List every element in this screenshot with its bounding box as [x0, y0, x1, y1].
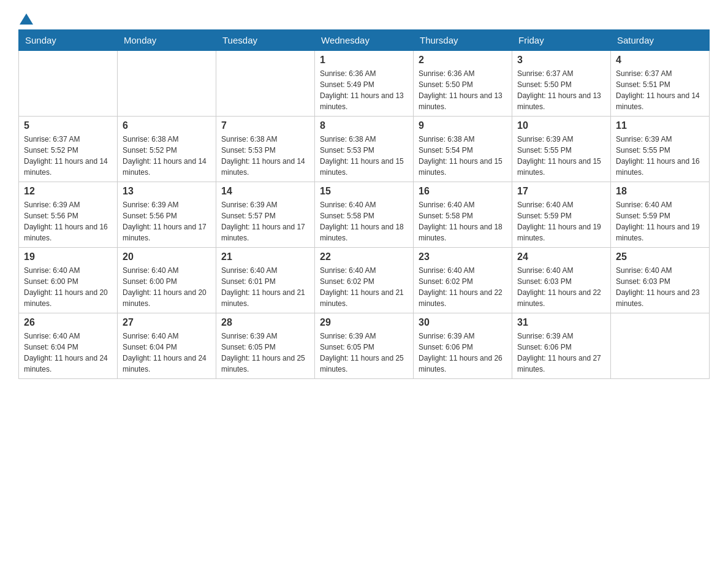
calendar-cell: 16Sunrise: 6:40 AM Sunset: 5:58 PM Dayli… — [414, 182, 512, 248]
calendar-cell: 4Sunrise: 6:37 AM Sunset: 5:51 PM Daylig… — [611, 51, 710, 117]
calendar-week-row: 26Sunrise: 6:40 AM Sunset: 6:04 PM Dayli… — [19, 313, 710, 379]
day-number: 19 — [24, 251, 112, 262]
day-number: 8 — [320, 120, 408, 131]
day-number: 17 — [517, 186, 605, 197]
day-number: 22 — [320, 251, 408, 262]
calendar-cell: 26Sunrise: 6:40 AM Sunset: 6:04 PM Dayli… — [19, 313, 118, 379]
calendar-cell: 23Sunrise: 6:40 AM Sunset: 6:02 PM Dayli… — [414, 248, 512, 313]
calendar-cell: 30Sunrise: 6:39 AM Sunset: 6:06 PM Dayli… — [414, 313, 512, 379]
day-number: 18 — [616, 186, 704, 197]
day-number: 30 — [419, 317, 507, 328]
day-info: Sunrise: 6:40 AM Sunset: 6:02 PM Dayligh… — [419, 265, 507, 309]
calendar-cell: 8Sunrise: 6:38 AM Sunset: 5:53 PM Daylig… — [315, 117, 414, 182]
day-number: 7 — [221, 120, 309, 131]
calendar-cell: 10Sunrise: 6:39 AM Sunset: 5:55 PM Dayli… — [512, 117, 611, 182]
day-info: Sunrise: 6:40 AM Sunset: 6:02 PM Dayligh… — [320, 265, 408, 309]
day-of-week-header: Friday — [512, 30, 611, 51]
calendar-cell: 22Sunrise: 6:40 AM Sunset: 6:02 PM Dayli… — [315, 248, 414, 313]
day-info: Sunrise: 6:40 AM Sunset: 6:00 PM Dayligh… — [123, 265, 211, 309]
day-info: Sunrise: 6:39 AM Sunset: 6:06 PM Dayligh… — [517, 331, 605, 375]
calendar-cell: 15Sunrise: 6:40 AM Sunset: 5:58 PM Dayli… — [315, 182, 414, 248]
calendar-cell: 13Sunrise: 6:39 AM Sunset: 5:56 PM Dayli… — [118, 182, 216, 248]
calendar-cell: 6Sunrise: 6:38 AM Sunset: 5:52 PM Daylig… — [118, 117, 216, 182]
calendar-cell: 27Sunrise: 6:40 AM Sunset: 6:04 PM Dayli… — [118, 313, 216, 379]
calendar-week-row: 5Sunrise: 6:37 AM Sunset: 5:52 PM Daylig… — [19, 117, 710, 182]
logo — [18, 12, 33, 23]
day-number: 4 — [616, 55, 704, 66]
day-info: Sunrise: 6:40 AM Sunset: 6:04 PM Dayligh… — [24, 331, 112, 375]
day-info: Sunrise: 6:40 AM Sunset: 6:03 PM Dayligh… — [616, 265, 704, 309]
day-info: Sunrise: 6:39 AM Sunset: 6:05 PM Dayligh… — [221, 331, 309, 375]
calendar-week-row: 1Sunrise: 6:36 AM Sunset: 5:49 PM Daylig… — [19, 51, 710, 117]
day-number: 13 — [123, 186, 211, 197]
calendar-cell — [216, 51, 315, 117]
day-info: Sunrise: 6:38 AM Sunset: 5:53 PM Dayligh… — [221, 134, 309, 178]
day-number: 20 — [123, 251, 211, 262]
calendar-cell: 20Sunrise: 6:40 AM Sunset: 6:00 PM Dayli… — [118, 248, 216, 313]
calendar-cell: 3Sunrise: 6:37 AM Sunset: 5:50 PM Daylig… — [512, 51, 611, 117]
calendar-cell: 29Sunrise: 6:39 AM Sunset: 6:05 PM Dayli… — [315, 313, 414, 379]
day-number: 1 — [320, 55, 408, 66]
calendar-cell: 25Sunrise: 6:40 AM Sunset: 6:03 PM Dayli… — [611, 248, 710, 313]
day-number: 6 — [123, 120, 211, 131]
calendar-cell — [611, 313, 710, 379]
day-info: Sunrise: 6:40 AM Sunset: 6:04 PM Dayligh… — [123, 331, 211, 375]
calendar-cell — [118, 51, 216, 117]
day-number: 11 — [616, 120, 704, 131]
day-number: 28 — [221, 317, 309, 328]
day-info: Sunrise: 6:39 AM Sunset: 5:56 PM Dayligh… — [123, 199, 211, 243]
day-info: Sunrise: 6:40 AM Sunset: 5:59 PM Dayligh… — [616, 199, 704, 243]
day-number: 14 — [221, 186, 309, 197]
day-number: 12 — [24, 186, 112, 197]
calendar-cell: 24Sunrise: 6:40 AM Sunset: 6:03 PM Dayli… — [512, 248, 611, 313]
day-info: Sunrise: 6:38 AM Sunset: 5:52 PM Dayligh… — [123, 134, 211, 178]
calendar-cell: 11Sunrise: 6:39 AM Sunset: 5:55 PM Dayli… — [611, 117, 710, 182]
day-info: Sunrise: 6:36 AM Sunset: 5:49 PM Dayligh… — [320, 68, 408, 112]
day-number: 21 — [221, 251, 309, 262]
day-info: Sunrise: 6:40 AM Sunset: 6:00 PM Dayligh… — [24, 265, 112, 309]
day-of-week-header: Sunday — [19, 30, 118, 51]
calendar-week-row: 12Sunrise: 6:39 AM Sunset: 5:56 PM Dayli… — [19, 182, 710, 248]
day-number: 31 — [517, 317, 605, 328]
day-of-week-header: Monday — [118, 30, 216, 51]
day-number: 24 — [517, 251, 605, 262]
day-info: Sunrise: 6:39 AM Sunset: 5:57 PM Dayligh… — [221, 199, 309, 243]
day-info: Sunrise: 6:37 AM Sunset: 5:50 PM Dayligh… — [517, 68, 605, 112]
day-number: 2 — [419, 55, 507, 66]
day-info: Sunrise: 6:39 AM Sunset: 6:06 PM Dayligh… — [419, 331, 507, 375]
svg-marker-0 — [20, 13, 33, 25]
day-info: Sunrise: 6:39 AM Sunset: 5:55 PM Dayligh… — [517, 134, 605, 178]
calendar-cell: 5Sunrise: 6:37 AM Sunset: 5:52 PM Daylig… — [19, 117, 118, 182]
day-number: 5 — [24, 120, 112, 131]
day-info: Sunrise: 6:38 AM Sunset: 5:53 PM Dayligh… — [320, 134, 408, 178]
day-info: Sunrise: 6:40 AM Sunset: 5:59 PM Dayligh… — [517, 199, 605, 243]
calendar-cell: 21Sunrise: 6:40 AM Sunset: 6:01 PM Dayli… — [216, 248, 315, 313]
day-info: Sunrise: 6:36 AM Sunset: 5:50 PM Dayligh… — [419, 68, 507, 112]
day-number: 25 — [616, 251, 704, 262]
calendar-cell — [19, 51, 118, 117]
day-of-week-header: Saturday — [611, 30, 710, 51]
calendar-cell: 1Sunrise: 6:36 AM Sunset: 5:49 PM Daylig… — [315, 51, 414, 117]
logo-triangle-icon — [20, 13, 33, 25]
day-of-week-header: Tuesday — [216, 30, 315, 51]
day-info: Sunrise: 6:39 AM Sunset: 6:05 PM Dayligh… — [320, 331, 408, 375]
day-info: Sunrise: 6:40 AM Sunset: 5:58 PM Dayligh… — [419, 199, 507, 243]
day-number: 29 — [320, 317, 408, 328]
day-info: Sunrise: 6:40 AM Sunset: 6:01 PM Dayligh… — [221, 265, 309, 309]
day-info: Sunrise: 6:37 AM Sunset: 5:52 PM Dayligh… — [24, 134, 112, 178]
calendar-header-row: SundayMondayTuesdayWednesdayThursdayFrid… — [19, 30, 710, 51]
day-of-week-header: Thursday — [414, 30, 512, 51]
day-info: Sunrise: 6:39 AM Sunset: 5:56 PM Dayligh… — [24, 199, 112, 243]
calendar-cell: 7Sunrise: 6:38 AM Sunset: 5:53 PM Daylig… — [216, 117, 315, 182]
calendar-cell: 31Sunrise: 6:39 AM Sunset: 6:06 PM Dayli… — [512, 313, 611, 379]
day-info: Sunrise: 6:40 AM Sunset: 6:03 PM Dayligh… — [517, 265, 605, 309]
calendar-cell: 18Sunrise: 6:40 AM Sunset: 5:59 PM Dayli… — [611, 182, 710, 248]
day-number: 15 — [320, 186, 408, 197]
day-number: 16 — [419, 186, 507, 197]
day-number: 9 — [419, 120, 507, 131]
day-info: Sunrise: 6:40 AM Sunset: 5:58 PM Dayligh… — [320, 199, 408, 243]
day-info: Sunrise: 6:39 AM Sunset: 5:55 PM Dayligh… — [616, 134, 704, 178]
calendar-cell: 14Sunrise: 6:39 AM Sunset: 5:57 PM Dayli… — [216, 182, 315, 248]
calendar-table: SundayMondayTuesdayWednesdayThursdayFrid… — [18, 29, 710, 379]
day-number: 23 — [419, 251, 507, 262]
